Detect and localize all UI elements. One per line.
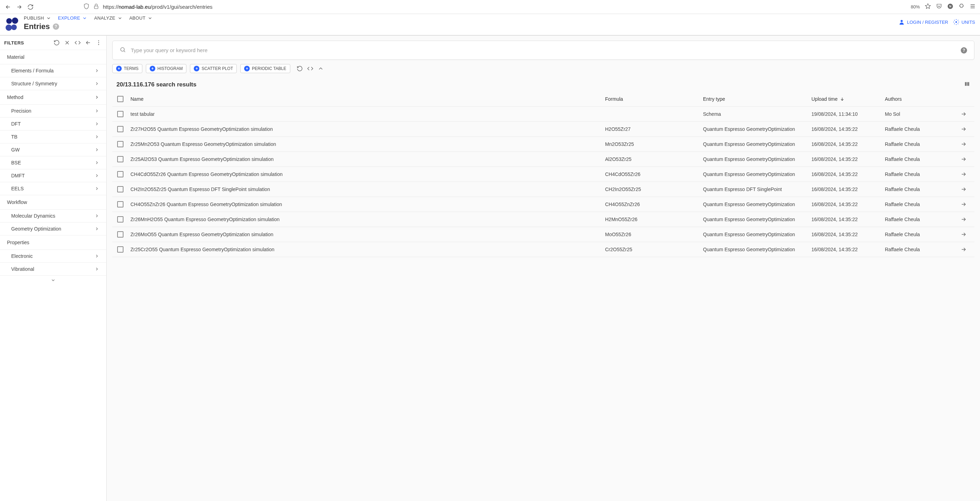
svg-point-4	[956, 21, 957, 23]
row-checkbox[interactable]	[117, 186, 124, 192]
nav-explore[interactable]: EXPLORE	[58, 15, 88, 21]
cell-authors: Raffaele Cheula	[885, 187, 955, 192]
filter-item[interactable]: TB	[0, 131, 106, 144]
cell-name: Zr26MoO55 Quantum Espresso GeometryOptim…	[130, 231, 605, 237]
row-checkbox[interactable]	[117, 201, 124, 207]
row-open-icon[interactable]	[955, 111, 972, 117]
filter-category[interactable]: Workflow	[0, 195, 106, 209]
table-row[interactable]: Zr26MoO55 Quantum Espresso GeometryOptim…	[112, 227, 974, 242]
shield-icon[interactable]	[83, 3, 89, 11]
row-open-icon[interactable]	[955, 231, 972, 238]
pocket-icon[interactable]	[936, 3, 942, 11]
table-row[interactable]: Zr25Mn2O53 Quantum Espresso GeometryOpti…	[112, 137, 974, 152]
lock-icon[interactable]	[93, 3, 99, 11]
row-open-icon[interactable]	[955, 171, 972, 177]
row-checkbox[interactable]	[117, 171, 124, 177]
table-row[interactable]: CH4CdO55Zr26 Quantum Espresso GeometryOp…	[112, 167, 974, 182]
reset-icon[interactable]	[53, 39, 60, 46]
chip-periodic-table[interactable]: +PERIODIC TABLE	[240, 64, 290, 73]
column-name[interactable]: Name	[130, 96, 605, 102]
row-checkbox[interactable]	[117, 216, 124, 222]
filter-item[interactable]: Electronic	[0, 250, 106, 263]
close-icon[interactable]	[64, 39, 71, 46]
filter-item[interactable]: Precision	[0, 105, 106, 118]
cell-upload-time: 16/08/2024, 14:35:22	[811, 217, 885, 222]
units-button[interactable]: UNITS	[953, 19, 975, 25]
extensions-icon[interactable]	[958, 3, 965, 11]
cell-formula: H2O55Zr27	[605, 126, 703, 132]
filter-category[interactable]: Material	[0, 50, 106, 64]
forward-button[interactable]	[15, 3, 23, 11]
row-checkbox[interactable]	[117, 246, 124, 253]
filter-item[interactable]: Vibrational	[0, 263, 106, 276]
bookmark-icon[interactable]	[925, 3, 931, 11]
filter-item[interactable]: BSE	[0, 156, 106, 169]
row-open-icon[interactable]	[955, 201, 972, 207]
filter-item[interactable]: Molecular Dynamics	[0, 209, 106, 222]
filter-item[interactable]: EELS	[0, 182, 106, 195]
browser-bar: https://nomad-lab.eu/prod/v1/gui/search/…	[0, 0, 980, 14]
filter-item[interactable]: Elements / Formula	[0, 64, 106, 77]
chip-terms[interactable]: +TERMS	[112, 64, 142, 73]
filter-item[interactable]: Structure / Symmetry	[0, 77, 106, 90]
row-open-icon[interactable]	[955, 246, 972, 253]
row-checkbox[interactable]	[117, 231, 124, 238]
collapse-icon[interactable]	[84, 39, 92, 46]
cell-formula: CH4CdO55Zr26	[605, 171, 703, 177]
table-row[interactable]: Zr25Al2O53 Quantum Espresso GeometryOpti…	[112, 152, 974, 167]
select-all-checkbox[interactable]	[117, 96, 124, 102]
account-icon[interactable]: N	[947, 3, 953, 11]
filter-item[interactable]: DMFT	[0, 169, 106, 182]
more-icon[interactable]	[95, 39, 102, 46]
menu-icon[interactable]	[969, 3, 976, 11]
chips-code-icon[interactable]	[307, 65, 313, 72]
columns-icon[interactable]	[964, 81, 970, 88]
cell-formula: Cr2O55Zr25	[605, 247, 703, 252]
filter-item[interactable]: GW	[0, 144, 106, 156]
logo[interactable]	[5, 18, 19, 32]
filter-category[interactable]: Properties	[0, 235, 106, 250]
expand-down-icon[interactable]	[51, 278, 56, 284]
search-help-icon[interactable]: ?	[961, 47, 967, 54]
column-formula[interactable]: Formula	[605, 96, 703, 102]
filter-category[interactable]: Method	[0, 90, 106, 105]
code-icon[interactable]	[74, 39, 81, 46]
table-row[interactable]: test tabularSchema19/08/2024, 11:34:10Mo…	[112, 107, 974, 122]
row-open-icon[interactable]	[955, 141, 972, 147]
zoom-level[interactable]: 80%	[911, 4, 920, 10]
url-bar[interactable]: https://nomad-lab.eu/prod/v1/gui/search/…	[103, 4, 213, 10]
column-authors[interactable]: Authors	[885, 96, 955, 102]
chips-collapse-icon[interactable]	[318, 65, 324, 72]
row-checkbox[interactable]	[117, 156, 124, 162]
back-button[interactable]	[4, 3, 12, 11]
help-icon[interactable]: ?	[53, 24, 59, 30]
row-checkbox[interactable]	[117, 141, 124, 147]
nav-publish[interactable]: PUBLISH	[24, 15, 51, 21]
filter-item[interactable]: DFT	[0, 118, 106, 131]
table-row[interactable]: CH4O55ZnZr26 Quantum Espresso GeometryOp…	[112, 197, 974, 212]
search-input[interactable]	[131, 47, 956, 53]
login-button[interactable]: LOGIN / REGISTER	[899, 19, 948, 25]
reload-button[interactable]	[27, 3, 34, 11]
row-open-icon[interactable]	[955, 186, 972, 192]
chips-reset-icon[interactable]	[297, 65, 303, 72]
chip-scatter-plot[interactable]: +SCATTER PLOT	[190, 64, 237, 73]
table-row[interactable]: Zr26MnH2O55 Quantum Espresso GeometryOpt…	[112, 212, 974, 227]
filter-item[interactable]: Geometry Optimization	[0, 222, 106, 235]
chip-histogram[interactable]: +HISTOGRAM	[146, 64, 186, 73]
table-row[interactable]: Zr25Cr2O55 Quantum Espresso GeometryOpti…	[112, 242, 974, 257]
plus-icon: +	[116, 66, 122, 71]
row-open-icon[interactable]	[955, 156, 972, 162]
column-upload-time[interactable]: Upload time	[811, 96, 885, 102]
row-checkbox[interactable]	[117, 126, 124, 132]
row-open-icon[interactable]	[955, 216, 972, 222]
cell-entry-type: Quantum Espresso GeometryOptimization	[703, 247, 811, 252]
nav-about[interactable]: ABOUT	[129, 15, 153, 21]
cell-entry-type: Quantum Espresso GeometryOptimization	[703, 171, 811, 177]
table-row[interactable]: CH2In2O55Zr25 Quantum Espresso DFT Singl…	[112, 182, 974, 197]
row-open-icon[interactable]	[955, 126, 972, 132]
row-checkbox[interactable]	[117, 111, 124, 117]
column-entry-type[interactable]: Entry type	[703, 96, 811, 102]
table-row[interactable]: Zr27H2O55 Quantum Espresso GeometryOptim…	[112, 122, 974, 137]
nav-analyze[interactable]: ANALYZE	[94, 15, 122, 21]
